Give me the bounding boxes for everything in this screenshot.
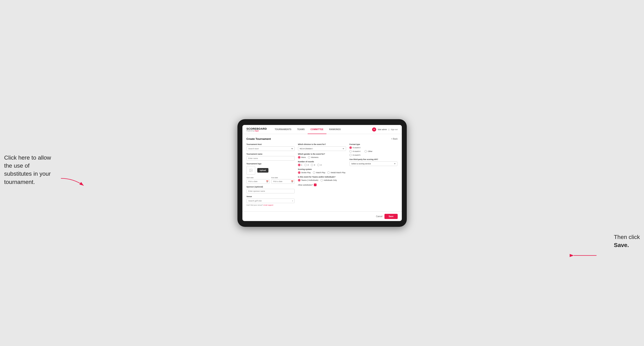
start-date-wrap: 📅 <box>246 179 270 184</box>
upload-button[interactable]: Upload <box>257 168 269 173</box>
form-col-middle: Which division is the event for? NCAA Di… <box>298 143 346 208</box>
event-individuals-radio[interactable] <box>320 179 323 181</box>
venue-dropdown-icon: ▾ <box>292 200 293 202</box>
division-group: Which division is the event for? NCAA Di… <box>298 143 346 151</box>
rounds-label: Number of rounds <box>298 161 346 163</box>
scoring-medal-label: Medal Match Play <box>330 172 346 173</box>
cancel-button[interactable]: Cancel <box>376 215 382 217</box>
scoring-medal[interactable]: Medal Match Play <box>327 171 346 174</box>
rounds-3[interactable]: 3 <box>311 164 315 166</box>
rounds-1[interactable]: 1 <box>298 164 302 166</box>
scoring-match-radio[interactable] <box>313 171 315 174</box>
gender-womens[interactable]: Womens <box>308 156 318 159</box>
logo-upload-area: Upload <box>246 166 295 175</box>
gender-mens[interactable]: Mens <box>298 156 306 159</box>
event-teams-radio[interactable] <box>298 179 300 181</box>
venue-input[interactable] <box>246 198 295 203</box>
tournament-name-group: Tournament name <box>246 153 295 161</box>
annotation-left: Click here to allow the use of substitut… <box>4 154 58 186</box>
tournament-logo-label: Tournament logo <box>246 163 295 165</box>
arrow-right-icon <box>572 251 596 260</box>
rounds-3-radio[interactable] <box>311 164 313 166</box>
rounds-2[interactable]: 2 <box>304 164 309 166</box>
rounds-1-radio[interactable] <box>298 164 300 166</box>
rounds-2-label: 2 <box>308 164 309 166</box>
format-6count4[interactable]: 6 count 4 <box>349 150 360 153</box>
format-5count4-radio[interactable] <box>349 146 352 149</box>
format-type-options: 5 count 4 6 count 4 6 count 5 <box>349 146 398 156</box>
allow-substitutes-item: Allow substitutes? ✓ <box>298 183 346 186</box>
rounds-radio-group: 1 2 3 4 <box>298 164 346 166</box>
nav-tabs: TOURNAMENTS TEAMS COMMITTEE RANKINGS <box>272 125 372 134</box>
format-5count4[interactable]: 5 count 4 <box>349 146 360 149</box>
format-left-col: 5 count 4 6 count 4 6 count 5 <box>349 146 360 156</box>
allow-substitutes-label: Allow substitutes? <box>298 184 313 186</box>
scoring-match[interactable]: Match Play <box>313 171 326 174</box>
scoring-system-group: Scoring system Stroke Play Match Play <box>298 168 346 174</box>
division-label: Which division is the event for? <box>298 143 346 145</box>
tablet-screen: SCOREBOARD Powered by clippd TOURNAMENTS… <box>242 125 402 221</box>
gender-mens-radio[interactable] <box>298 156 300 159</box>
end-date-calendar-icon: 📅 <box>291 180 294 183</box>
end-date-label: End date <box>271 177 295 178</box>
sponsor-input[interactable] <box>246 189 295 193</box>
sponsor-group: Sponsor (optional) <box>246 186 295 193</box>
scoring-medal-radio[interactable] <box>327 171 330 174</box>
event-individuals[interactable]: Individuals Only <box>320 179 337 181</box>
format-other[interactable]: Other <box>364 150 372 153</box>
format-6count5-radio[interactable] <box>349 154 352 156</box>
scoring-stroke[interactable]: Stroke Play <box>298 171 311 174</box>
format-5count4-label: 5 count 4 <box>353 147 360 149</box>
sign-out-link[interactable]: Sign out <box>391 129 398 131</box>
tab-rankings[interactable]: RANKINGS <box>326 125 344 134</box>
form-col-right: Format type 5 count 4 6 count 4 <box>349 143 398 208</box>
tournament-name-input[interactable] <box>246 156 295 161</box>
tablet-frame: SCOREBOARD Powered by clippd TOURNAMENTS… <box>238 119 407 227</box>
save-button[interactable]: Save <box>384 214 398 219</box>
tournament-name-label: Tournament name <box>246 153 295 155</box>
date-row: Start date 📅 End date 📅 <box>246 177 295 184</box>
allow-substitutes-group: Allow substitutes? ✓ <box>298 183 346 186</box>
scoring-match-label: Match Play <box>316 172 326 173</box>
format-6count5-label: 6 count 5 <box>353 154 360 156</box>
format-6count5[interactable]: 6 count 5 <box>349 154 360 156</box>
clippd-brand: clippd <box>254 130 259 132</box>
scoring-stroke-radio[interactable] <box>298 171 300 174</box>
format-other-label: Other <box>368 150 372 152</box>
rounds-4[interactable]: 4 <box>317 164 322 166</box>
event-teams[interactable]: Teams (+Individuals) <box>298 179 318 181</box>
scoring-api-select[interactable]: Select a scoring service <box>349 162 398 166</box>
scoring-api-group: Use third-party live scoring API? Select… <box>349 158 398 166</box>
rounds-2-radio[interactable] <box>304 164 307 166</box>
nav-logo: SCOREBOARD Powered by clippd <box>246 127 267 132</box>
format-6count4-radio[interactable] <box>349 150 352 153</box>
form-columns: Tournament Host ▾ Tournament name Tourna… <box>246 143 398 208</box>
rounds-1-label: 1 <box>301 164 302 166</box>
tournament-host-input[interactable] <box>246 146 295 151</box>
tab-teams[interactable]: TEAMS <box>294 125 308 134</box>
email-support-link[interactable]: email support <box>264 204 273 206</box>
tournament-logo-group: Tournament logo Upload <box>246 163 295 175</box>
format-type-label: Format type <box>349 143 398 145</box>
dates-group: Start date 📅 End date 📅 <box>246 177 295 184</box>
tab-committee[interactable]: COMMITTEE <box>308 125 326 134</box>
rounds-4-radio[interactable] <box>317 164 320 166</box>
event-for-group: Is this event for Teams and/or Individua… <box>298 176 346 181</box>
event-individuals-label: Individuals Only <box>324 179 337 181</box>
start-date-label: Start date <box>246 177 270 178</box>
division-select[interactable]: NCAA Division I <box>298 146 346 151</box>
back-link[interactable]: < Back <box>391 138 398 140</box>
format-other-radio[interactable] <box>364 150 367 153</box>
rounds-3-label: 3 <box>314 164 315 166</box>
arrow-left-icon <box>61 176 86 189</box>
start-date-calendar-icon: 📅 <box>266 180 268 183</box>
annotation-right: Then click Save. <box>614 233 640 249</box>
tab-tournaments[interactable]: TOURNAMENTS <box>272 125 294 134</box>
allow-substitutes-checkbox[interactable]: ✓ <box>314 183 316 186</box>
user-name: blair admin <box>378 129 387 131</box>
tournament-host-group: Tournament Host ▾ <box>246 143 295 151</box>
page-content: Create Tournament < Back Tournament Host… <box>242 134 402 211</box>
host-dropdown-icon: ▾ <box>292 148 293 150</box>
gender-womens-radio[interactable] <box>308 156 310 159</box>
avatar: B <box>372 127 376 132</box>
